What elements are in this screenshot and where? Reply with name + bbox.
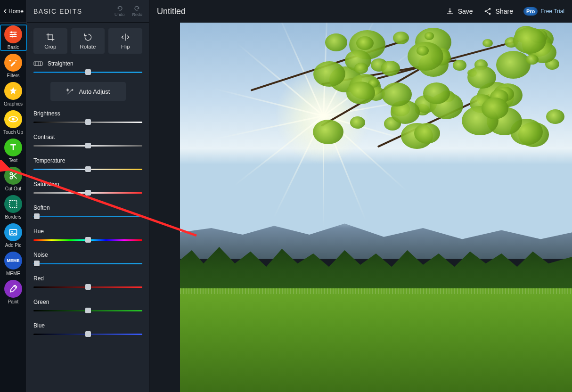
touch-up-icon xyxy=(4,110,22,128)
straighten-icon xyxy=(33,60,43,67)
sidebar-item-cut-out[interactable]: Cut Out xyxy=(0,166,27,192)
share-icon xyxy=(483,7,492,16)
sidebar-item-touch-up[interactable]: Touch Up xyxy=(0,109,27,136)
pro-badge: Pro xyxy=(523,7,538,16)
image-canvas[interactable] xyxy=(180,23,572,392)
sidebar: Home BasicFiltersGraphicsTouch UpTextCut… xyxy=(0,0,27,392)
borders-icon xyxy=(4,195,22,213)
cut-out-icon xyxy=(4,167,22,185)
saturation-label: Saturation xyxy=(33,181,142,188)
flip-button[interactable]: Flip xyxy=(108,28,142,54)
crop-button[interactable]: Crop xyxy=(33,28,67,54)
temperature-slider[interactable] xyxy=(33,166,142,172)
soften-slider[interactable] xyxy=(33,213,142,220)
home-button[interactable]: Home xyxy=(0,0,26,23)
hue-label: Hue xyxy=(33,228,142,235)
sidebar-item-text[interactable]: Text xyxy=(0,138,27,164)
contrast-slider[interactable] xyxy=(33,142,142,149)
red-label: Red xyxy=(33,275,142,282)
sidebar-item-add-pic[interactable]: Add Pic xyxy=(0,222,27,249)
graphics-icon xyxy=(4,82,22,100)
rotate-button[interactable]: Rotate xyxy=(71,28,105,54)
free-trial-link[interactable]: Free Trial xyxy=(540,8,564,15)
redo-button[interactable]: Redo xyxy=(132,5,142,17)
straighten-label: Straighten xyxy=(48,60,74,67)
basic-icon xyxy=(4,25,22,43)
red-slider[interactable] xyxy=(33,284,142,290)
svg-point-0 xyxy=(10,31,12,33)
svg-point-1 xyxy=(14,33,16,35)
text-icon xyxy=(4,139,22,156)
add-pic-icon xyxy=(4,223,22,241)
brightness-slider[interactable] xyxy=(33,119,142,125)
straighten-slider[interactable] xyxy=(33,69,142,75)
blue-slider[interactable] xyxy=(33,331,142,337)
hue-slider[interactable] xyxy=(33,237,142,243)
paint-icon xyxy=(4,280,22,298)
home-label: Home xyxy=(8,8,24,15)
green-label: Green xyxy=(33,299,142,305)
download-icon xyxy=(446,7,454,16)
contrast-label: Contrast xyxy=(33,134,142,140)
blue-label: Blue xyxy=(33,322,142,329)
sidebar-item-basic[interactable]: Basic xyxy=(0,24,27,51)
svg-rect-7 xyxy=(10,201,17,208)
temperature-label: Temperature xyxy=(33,157,142,164)
soften-label: Soften xyxy=(33,204,142,211)
meme-icon: MEME xyxy=(4,252,22,270)
svg-point-4 xyxy=(12,118,15,121)
sidebar-item-borders[interactable]: Borders xyxy=(0,194,27,220)
saturation-slider[interactable] xyxy=(33,189,142,196)
save-button[interactable]: Save xyxy=(446,7,473,16)
noise-slider[interactable] xyxy=(33,260,142,267)
filters-icon xyxy=(4,54,22,72)
sidebar-item-paint[interactable]: Paint xyxy=(0,279,27,305)
share-button[interactable]: Share xyxy=(483,7,513,16)
svg-point-9 xyxy=(11,231,13,232)
brightness-label: Brightness xyxy=(33,110,142,117)
noise-label: Noise xyxy=(33,252,142,258)
auto-adjust-button[interactable]: Auto Adjust xyxy=(50,82,126,101)
document-title[interactable]: Untitled xyxy=(157,7,186,16)
canvas-area: Untitled Save Share Pro Free Trial xyxy=(149,0,572,392)
undo-button[interactable]: Undo xyxy=(114,5,125,17)
edit-panel: BASIC EDITS Undo Redo Crop xyxy=(27,0,149,392)
panel-title: BASIC EDITS xyxy=(33,8,82,15)
green-slider[interactable] xyxy=(33,307,142,314)
wand-icon xyxy=(66,87,74,96)
svg-point-2 xyxy=(11,36,13,38)
sidebar-item-filters[interactable]: Filters xyxy=(0,53,27,79)
sidebar-item-graphics[interactable]: Graphics xyxy=(0,81,27,107)
sidebar-item-meme[interactable]: MEMEMEME xyxy=(0,251,27,277)
